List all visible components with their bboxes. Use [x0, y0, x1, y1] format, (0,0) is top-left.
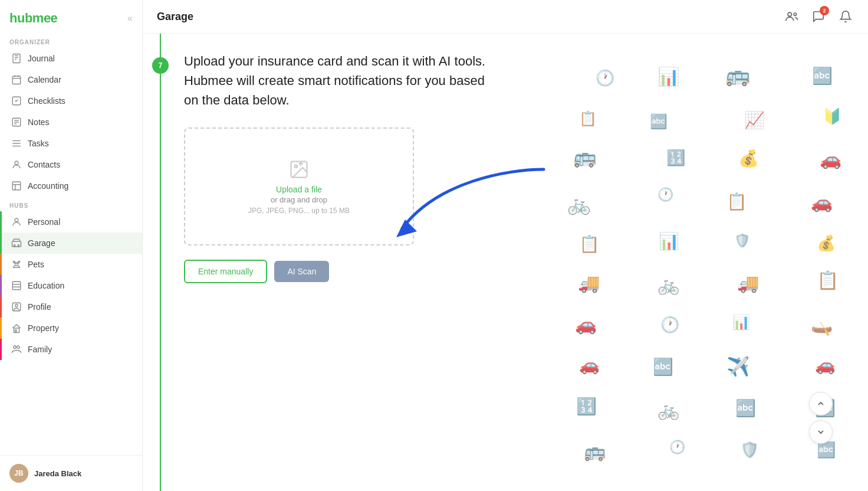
sidebar-item-property-label: Property — [28, 323, 59, 333]
sidebar-item-property[interactable]: Property — [0, 317, 142, 339]
sidebar-item-checklists-label: Checklists — [28, 96, 65, 106]
sidebar-item-personal[interactable]: Personal — [0, 211, 142, 233]
svg-point-20 — [15, 218, 18, 222]
messages-button[interactable]: 2 — [810, 8, 827, 25]
pets-icon — [11, 259, 22, 270]
svg-rect-17 — [12, 182, 21, 190]
sidebar-item-profile[interactable]: Profile — [0, 296, 142, 317]
contacts-icon — [11, 159, 22, 170]
sidebar-item-profile-label: Profile — [28, 302, 51, 312]
sidebar-item-family-label: Family — [28, 345, 52, 354]
property-icon — [11, 323, 22, 333]
journal-icon — [11, 53, 22, 64]
sidebar-item-contacts-label: Contacts — [28, 160, 60, 169]
profile-icon — [11, 302, 22, 312]
svg-rect-34 — [15, 330, 17, 333]
user-avatar: JB — [9, 464, 28, 483]
sidebar-item-pets[interactable]: Pets — [0, 254, 142, 275]
ai-scan-button[interactable]: AI Scan — [274, 261, 329, 282]
education-icon — [11, 280, 22, 291]
upload-sub-text: or drag and drop — [271, 195, 327, 204]
svg-point-36 — [17, 346, 20, 349]
scroll-controls — [809, 392, 833, 444]
sidebar-footer: JB Jareda Black — [0, 455, 142, 491]
main-content: Garage 2 7 Upload your insurance card an… — [143, 0, 868, 491]
sidebar-header: hubmee « — [0, 0, 142, 33]
step-line — [160, 34, 161, 491]
collapse-button[interactable]: « — [127, 13, 133, 24]
svg-point-23 — [18, 245, 19, 246]
sidebar-item-accounting-label: Accounting — [28, 181, 68, 191]
svg-point-26 — [13, 261, 14, 262]
organizer-section-label: ORGANIZER — [0, 33, 142, 48]
sidebar-item-notes[interactable]: Notes — [0, 112, 142, 133]
family-icon — [11, 344, 22, 355]
sidebar-item-personal-label: Personal — [28, 217, 60, 227]
sidebar-item-journal[interactable]: Journal — [0, 48, 142, 69]
upload-hint-text: JPG, JPEG, PNG... up to 15 MB — [248, 207, 350, 215]
messages-badge: 2 — [820, 6, 829, 15]
svg-point-27 — [18, 261, 19, 262]
contacts-button[interactable] — [783, 8, 800, 25]
sidebar-item-journal-label: Journal — [28, 54, 55, 63]
step-panel: 7 — [143, 34, 178, 491]
enter-manually-button[interactable]: Enter manually — [184, 260, 267, 283]
user-name: Jareda Black — [34, 469, 81, 478]
svg-point-22 — [14, 245, 15, 246]
hubs-section-label: HUBS — [0, 197, 142, 211]
sidebar-item-accounting[interactable]: Accounting — [0, 175, 142, 197]
svg-point-40 — [295, 165, 298, 168]
sidebar-item-garage-label: Garage — [28, 238, 55, 248]
sidebar-item-calendar-label: Calendar — [28, 75, 61, 84]
action-buttons: Enter manually AI Scan — [184, 260, 603, 283]
svg-point-16 — [15, 161, 18, 165]
upload-dropzone[interactable]: Upload a file or drag and drop JPG, JPEG… — [184, 127, 414, 245]
svg-point-38 — [794, 13, 797, 16]
center-panel: Upload your insurance card and scan it w… — [178, 34, 620, 491]
app-logo: hubmee — [9, 11, 57, 26]
sidebar-item-pets-label: Pets — [28, 260, 44, 269]
topbar-actions: 2 — [783, 8, 854, 25]
content-area: 7 Upload your insurance card and scan it… — [143, 34, 868, 491]
svg-rect-28 — [12, 281, 21, 290]
sidebar-item-tasks-label: Tasks — [28, 139, 49, 148]
notifications-button[interactable] — [837, 8, 854, 25]
svg-point-32 — [15, 305, 18, 307]
sidebar-item-education-label: Education — [28, 281, 64, 290]
upload-icon — [288, 159, 310, 180]
sidebar-item-garage[interactable]: Garage — [0, 233, 142, 254]
sidebar-item-calendar[interactable]: Calendar — [0, 69, 142, 90]
checklists-icon — [11, 96, 22, 106]
svg-rect-4 — [12, 76, 21, 84]
topbar: Garage 2 — [143, 0, 868, 34]
sidebar-item-notes-label: Notes — [28, 117, 50, 127]
instruction-text: Upload your insurance card and scan it w… — [184, 51, 491, 110]
step-circle: 7 — [152, 57, 169, 74]
calendar-icon — [11, 74, 22, 85]
upload-link[interactable]: Upload a file — [276, 185, 322, 194]
page-title: Garage — [157, 11, 193, 23]
svg-rect-21 — [12, 241, 21, 247]
sidebar-item-family[interactable]: Family — [0, 339, 142, 360]
svg-point-37 — [788, 12, 791, 16]
svg-point-35 — [14, 346, 17, 349]
scroll-up-button[interactable] — [809, 392, 833, 415]
sidebar-item-tasks[interactable]: Tasks — [0, 133, 142, 154]
garage-icon — [11, 238, 22, 248]
sidebar-item-checklists[interactable]: Checklists — [0, 90, 142, 112]
sidebar-item-contacts[interactable]: Contacts — [0, 154, 142, 175]
personal-icon — [11, 217, 22, 227]
notes-icon — [11, 117, 22, 127]
scroll-down-button[interactable] — [809, 420, 833, 444]
sidebar-item-education[interactable]: Education — [0, 275, 142, 296]
accounting-icon — [11, 181, 22, 191]
svg-rect-0 — [13, 54, 20, 63]
tasks-icon — [11, 138, 22, 149]
sidebar: hubmee « ORGANIZER Journal Calendar Chec… — [0, 0, 143, 491]
